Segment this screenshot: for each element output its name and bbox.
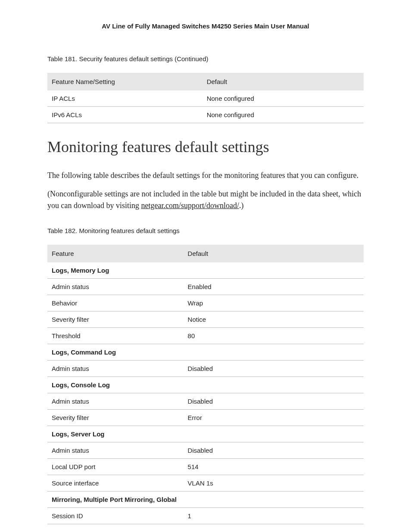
table-cell-default xyxy=(184,492,364,508)
table-cell-feature: Logs, Server Log xyxy=(47,426,184,442)
table-row: Logs, Memory Log xyxy=(47,262,364,279)
table-cell-default xyxy=(184,377,364,393)
table-181: Feature Name/Setting Default IP ACLsNone… xyxy=(47,73,364,123)
table-cell-feature: Logs, Command Log xyxy=(47,344,184,361)
table-cell-default: Disabled xyxy=(184,361,364,377)
table-182-header-default: Default xyxy=(184,245,364,262)
table-cell-default: Notice xyxy=(184,311,364,328)
table-182-header-feature: Feature xyxy=(47,245,184,262)
table-row: Severity filterNotice xyxy=(47,311,364,328)
table-row: Logs, Server Log xyxy=(47,426,364,442)
document-header: AV Line of Fully Managed Switches M4250 … xyxy=(47,22,364,31)
table-cell-feature: Local UDP port xyxy=(47,459,184,475)
body-paragraph-1: The following table describes the defaul… xyxy=(47,170,364,181)
table-cell-feature: Admin status xyxy=(47,279,184,295)
table-row: Logs, Console Log xyxy=(47,377,364,393)
table-row: Source interfaceVLAN 1s xyxy=(47,475,364,492)
table-row: BehaviorWrap xyxy=(47,295,364,311)
table-row: Logs, Command Log xyxy=(47,344,364,361)
table-cell-default: Disabled xyxy=(184,442,364,459)
table-cell-default: 514 xyxy=(184,459,364,475)
table-cell-feature: Admin status xyxy=(47,361,184,377)
table-row: Admin statusDisabled xyxy=(47,393,364,410)
table-cell-feature: Source interface xyxy=(47,475,184,492)
table-181-caption: Table 181. Security features default set… xyxy=(47,54,364,63)
table-cell-feature: Severity filter xyxy=(47,311,184,328)
table-cell-default: Wrap xyxy=(184,295,364,311)
table-cell-feature: IP ACLs xyxy=(47,90,202,107)
table-cell-default: Error xyxy=(184,410,364,426)
table-row: Local UDP port514 xyxy=(47,459,364,475)
table-cell-feature: Admin status xyxy=(47,393,184,410)
table-cell-feature: IPv6 ACLs xyxy=(47,107,202,123)
section-heading: Monitoring features default settings xyxy=(47,136,364,158)
table-cell-default: None configured xyxy=(202,90,364,107)
table-row: Session ID1 xyxy=(47,508,364,524)
table-cell-feature: Session ID xyxy=(47,508,184,524)
table-cell-feature: Logs, Memory Log xyxy=(47,262,184,279)
table-cell-default: None configured xyxy=(202,107,364,123)
table-row: Threshold80 xyxy=(47,328,364,344)
download-link[interactable]: netgear.com/support/download/ xyxy=(141,201,239,210)
table-cell-default xyxy=(184,344,364,361)
table-cell-feature: Threshold xyxy=(47,328,184,344)
table-cell-default: Disabled xyxy=(184,393,364,410)
table-row: Admin statusDisabled xyxy=(47,361,364,377)
table-cell-feature: Severity filter xyxy=(47,410,184,426)
table-cell-default: VLAN 1s xyxy=(184,475,364,492)
table-cell-default: 80 xyxy=(184,328,364,344)
table-row: Admin statusEnabled xyxy=(47,279,364,295)
table-cell-feature: Mirroring, Multiple Port Mirroring, Glob… xyxy=(47,492,184,508)
table-row: Admin statusDisabled xyxy=(47,442,364,459)
table-cell-default xyxy=(184,426,364,442)
table-row: IPv6 ACLsNone configured xyxy=(47,107,364,123)
table-cell-default: Enabled xyxy=(184,279,364,295)
table-181-header-default: Default xyxy=(202,73,364,90)
table-row: Severity filterError xyxy=(47,410,364,426)
table-row: IP ACLsNone configured xyxy=(47,90,364,107)
table-181-header-feature: Feature Name/Setting xyxy=(47,73,202,90)
body-paragraph-2: (Nonconfigurable settings are not includ… xyxy=(47,188,364,212)
table-cell-feature: Logs, Console Log xyxy=(47,377,184,393)
table-182: Feature Default Logs, Memory LogAdmin st… xyxy=(47,245,364,524)
body-paragraph-2-text-b: .) xyxy=(239,201,244,210)
table-cell-default: 1 xyxy=(184,508,364,524)
table-cell-feature: Admin status xyxy=(47,442,184,459)
table-row: Mirroring, Multiple Port Mirroring, Glob… xyxy=(47,492,364,508)
table-cell-default xyxy=(184,262,364,279)
table-182-caption: Table 182. Monitoring features default s… xyxy=(47,226,364,235)
table-cell-feature: Behavior xyxy=(47,295,184,311)
